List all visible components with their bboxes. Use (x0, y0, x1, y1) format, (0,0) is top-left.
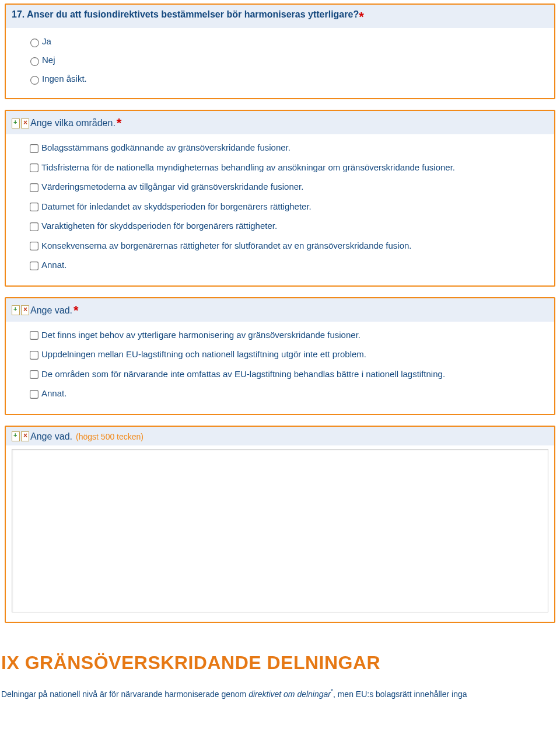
option-label: Uppdelningen mellan EU-lagstiftning och … (41, 349, 366, 359)
option-label: Varaktigheten för skyddsperioden för bor… (41, 221, 277, 231)
checkbox-area-1[interactable] (30, 144, 38, 153)
option-row: Tidsfristerna för de nationella myndighe… (28, 162, 548, 174)
checkbox-area-5[interactable] (30, 222, 38, 231)
question-17-panel: 17. Anser du att fusiondirektivets bestä… (5, 4, 555, 99)
add-doc-icon (12, 305, 20, 315)
option-label: Tidsfristerna för de nationella myndighe… (41, 162, 455, 172)
question-17-options: Ja Nej Ingen åsikt. (6, 28, 554, 98)
required-star: * (359, 9, 364, 24)
option-row: Varaktigheten för skyddsperioden för bor… (28, 221, 548, 232)
option-row: Uppdelningen mellan EU-lagstiftning och … (28, 349, 548, 361)
option-label: Annat. (41, 388, 66, 398)
areas-title: Ange vilka områden. (30, 118, 116, 128)
add-remove-icons (12, 431, 27, 441)
radio-ja[interactable] (30, 39, 39, 47)
checkbox-area-7[interactable] (30, 262, 38, 270)
option-row: Ingen åsikt. (28, 74, 548, 84)
option-row: Nej (28, 55, 548, 65)
freetext-input[interactable] (12, 449, 548, 612)
required-star: * (74, 303, 79, 318)
checkbox-what-3[interactable] (30, 370, 38, 379)
section-intro: Delningar på nationell nivå är för närva… (1, 688, 556, 700)
freetext-panel: Ange vad. (högst 500 tecken) (5, 426, 555, 623)
option-label: Annat. (41, 260, 66, 270)
checkbox-what-2[interactable] (30, 351, 38, 360)
freetext-title: Ange vad. (30, 431, 72, 442)
textarea-wrap (6, 445, 554, 622)
question-17-title: 17. Anser du att fusiondirektivets bestä… (6, 5, 554, 28)
radio-ingen[interactable] (30, 76, 39, 85)
checkbox-what-1[interactable] (30, 331, 38, 340)
option-label: Nej (42, 55, 55, 65)
option-row: Annat. (28, 388, 548, 400)
remove-doc-icon (21, 431, 29, 441)
areas-panel: Ange vilka områden.* Bolagsstämmans godk… (5, 110, 555, 287)
checkbox-area-4[interactable] (30, 203, 38, 211)
checkbox-area-6[interactable] (30, 242, 38, 250)
checkbox-area-2[interactable] (30, 163, 38, 172)
option-row: Datumet för inledandet av skyddsperioden… (28, 201, 548, 213)
add-doc-icon (12, 119, 20, 128)
question-17-text: 17. Anser du att fusiondirektivets bestä… (12, 9, 359, 19)
what-title: Ange vad. (30, 305, 72, 316)
option-label: De områden som för närvarande inte omfat… (41, 369, 445, 379)
foot-ital: direktivet om delningar (249, 689, 331, 699)
checkbox-what-4[interactable] (30, 390, 38, 399)
option-label: Ingen åsikt. (42, 74, 87, 83)
option-label: Värderingsmetoderna av tillgångar vid gr… (41, 182, 303, 191)
areas-options: Bolagsstämmans godkännande av gränsövers… (6, 134, 554, 285)
what-title-row: Ange vad.* (6, 298, 554, 322)
option-row: Konsekvenserna av borgenärernas rättighe… (28, 241, 548, 252)
option-row: Ja (28, 36, 548, 47)
option-label: Ja (42, 36, 51, 46)
required-star: * (117, 116, 122, 131)
freetext-title-row: Ange vad. (högst 500 tecken) (6, 427, 554, 445)
option-label: Datumet för inledandet av skyddsperioden… (41, 201, 312, 211)
add-remove-icons (12, 119, 27, 128)
option-row: Bolagsstämmans godkännande av gränsövers… (28, 142, 548, 154)
option-row: De områden som för närvarande inte omfat… (28, 369, 548, 381)
radio-nej[interactable] (30, 57, 39, 66)
foot-post: , men EU:s bolagsrätt innehåller inga (333, 689, 467, 699)
option-row: Det finns inget behov av ytterligare har… (28, 330, 548, 342)
option-label: Bolagsstämmans godkännande av gränsövers… (41, 142, 290, 152)
checkbox-area-3[interactable] (30, 183, 38, 192)
areas-title-row: Ange vilka områden.* (6, 111, 554, 134)
what-panel: Ange vad.* Det finns inget behov av ytte… (5, 297, 555, 415)
add-doc-icon (12, 431, 20, 441)
remove-doc-icon (21, 305, 29, 315)
add-remove-icons (12, 305, 27, 315)
remove-doc-icon (21, 119, 29, 128)
option-label: Konsekvenserna av borgenärernas rättighe… (41, 241, 412, 250)
foot-pre: Delningar på nationell nivå är för närva… (1, 689, 249, 699)
section-heading: IX GRÄNSÖVERSKRIDANDE DELNINGAR (1, 652, 558, 674)
option-row: Värderingsmetoderna av tillgångar vid gr… (28, 182, 548, 193)
option-label: Det finns inget behov av ytterligare har… (41, 330, 360, 340)
char-limit: (högst 500 tecken) (76, 432, 144, 441)
option-row: Annat. (28, 260, 548, 271)
what-options: Det finns inget behov av ytterligare har… (6, 322, 554, 414)
